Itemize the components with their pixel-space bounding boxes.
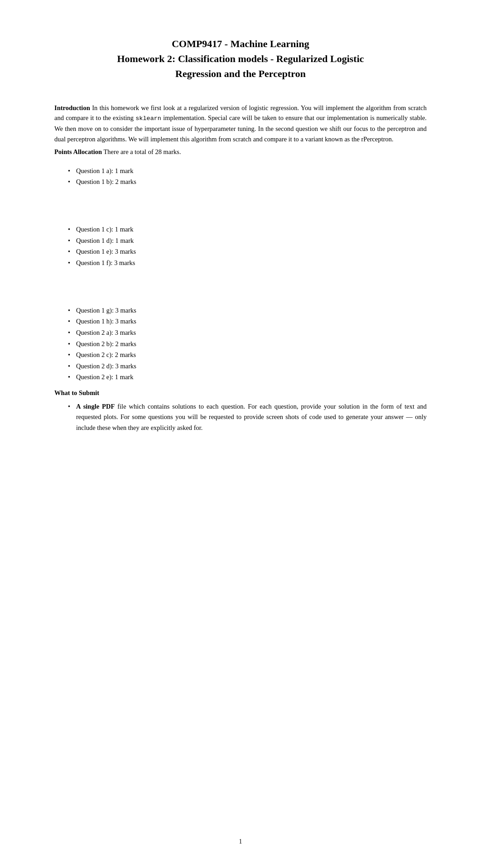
list-item: Question 2 e): 1 mark (68, 371, 427, 383)
page-title: COMP9417 - Machine Learning Homework 2: … (54, 36, 427, 81)
gap-2 (54, 269, 427, 305)
list-item: Question 2 d): 3 marks (68, 361, 427, 372)
submit-text: file which contains solutions to each qu… (76, 403, 427, 431)
title-block: COMP9417 - Machine Learning Homework 2: … (54, 36, 427, 81)
submit-list-item: A single PDF file which contains solutio… (68, 401, 427, 433)
what-to-submit-heading: What to Submit (54, 389, 427, 397)
gap-1 (54, 188, 427, 224)
points-allocation-line: Points Allocation There are a total of 2… (54, 147, 427, 157)
sklearn-code: sklearn (135, 115, 161, 122)
list-item: Question 1 a): 1 mark (68, 165, 427, 177)
intro-paragraph: Introduction In this homework we first l… (54, 103, 427, 144)
list-item: Question 1 d): 1 mark (68, 235, 427, 246)
list-item: Question 1 h): 3 marks (68, 316, 427, 327)
list-item: Question 2 c): 2 marks (68, 349, 427, 361)
list-item: Question 1 b): 2 marks (68, 176, 427, 188)
intro-bold-label: Introduction (54, 104, 90, 111)
points-list: Question 1 a): 1 mark Question 1 b): 2 m… (68, 165, 427, 188)
submit-list: A single PDF file which contains solutio… (68, 401, 427, 433)
list-item: Question 1 g): 3 marks (68, 305, 427, 316)
list-item: Question 1 c): 1 mark (68, 224, 427, 235)
points-list-2: Question 1 c): 1 mark Question 1 d): 1 m… (68, 224, 427, 269)
submit-bold: A single PDF (76, 403, 115, 410)
intro-section: Introduction In this homework we first l… (54, 103, 427, 157)
list-item: Question 2 b): 2 marks (68, 338, 427, 350)
points-bold: Points Allocation (54, 148, 102, 155)
list-item: Question 1 f): 3 marks (68, 257, 427, 269)
page-number: 1 (239, 838, 242, 845)
points-list-3: Question 1 g): 3 marks Question 1 h): 3 … (68, 305, 427, 383)
page: COMP9417 - Machine Learning Homework 2: … (0, 0, 481, 868)
list-item: Question 2 a): 3 marks (68, 327, 427, 338)
list-item: Question 1 e): 3 marks (68, 246, 427, 257)
